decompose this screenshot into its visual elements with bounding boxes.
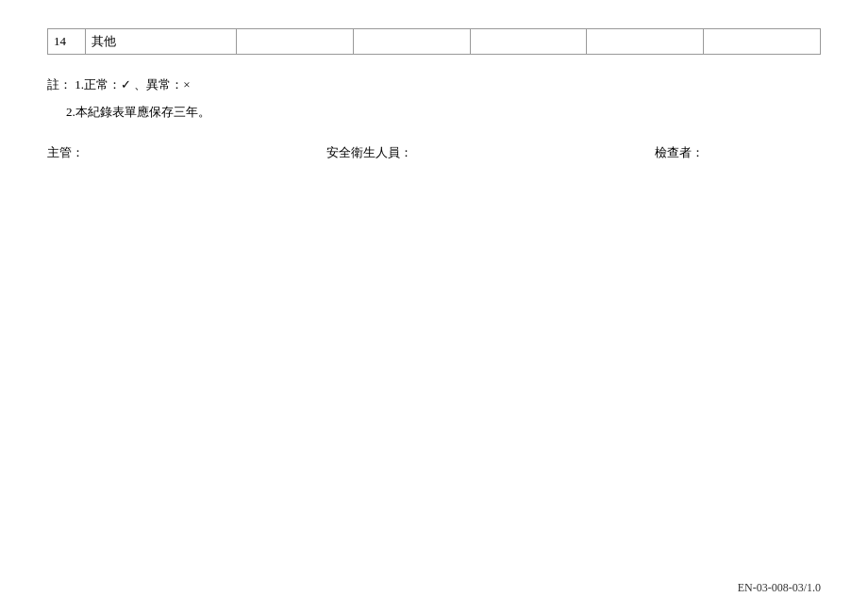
row-number: 14 bbox=[54, 34, 66, 49]
notes-section: 註： 1.正常：✓ 、異常：× 2.本紀錄表單應保存三年。 bbox=[47, 72, 821, 125]
signatures-section: 主管： 安全衛生人員： 檢查者： bbox=[47, 144, 821, 161]
inspector-signature: 檢查者： bbox=[655, 144, 821, 161]
note1-text: 1.正常：✓ 、異常：× bbox=[75, 77, 190, 91]
row-label: 其他 bbox=[92, 33, 116, 50]
supervisor-label: 主管： bbox=[47, 144, 84, 161]
page-container: 14 其他 註： 1.正常：✓ 、異常：× 2.本紀錄表單應保存三年。 主管： … bbox=[0, 0, 868, 614]
note2-text: 2.本紀錄表單應保存三年。 bbox=[66, 105, 210, 119]
inspector-label: 檢查者： bbox=[655, 144, 704, 161]
table-cell-number: 14 bbox=[48, 29, 86, 54]
table-cell-label: 其他 bbox=[86, 29, 237, 54]
note2-line: 2.本紀錄表單應保存三年。 bbox=[66, 99, 821, 126]
table-cell-data5 bbox=[704, 29, 820, 54]
table-cell-data3 bbox=[471, 29, 588, 54]
table-row: 14 其他 bbox=[47, 28, 821, 55]
table-cell-data4 bbox=[587, 29, 704, 54]
note1-line: 註： 1.正常：✓ 、異常：× bbox=[47, 72, 821, 99]
supervisor-signature: 主管： bbox=[47, 144, 201, 161]
table-cell-data1 bbox=[237, 29, 354, 54]
document-number: EN-03-008-03/1.0 bbox=[738, 581, 821, 595]
safety-label: 安全衛生人員： bbox=[326, 144, 412, 161]
safety-signature: 安全衛生人員： bbox=[326, 144, 529, 161]
notes-title: 註： bbox=[47, 77, 72, 91]
doc-number-text: EN-03-008-03/1.0 bbox=[738, 581, 821, 594]
table-cell-data2 bbox=[354, 29, 471, 54]
